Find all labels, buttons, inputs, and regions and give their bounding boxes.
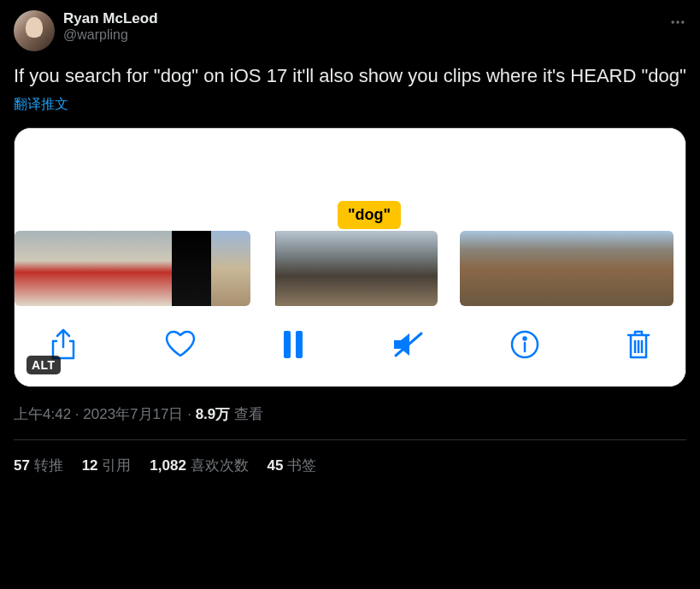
like-button[interactable] xyxy=(164,330,197,359)
clip-thumbnail xyxy=(54,231,93,306)
media-attachment[interactable]: "dog" xyxy=(14,127,686,387)
clip-thumbnail xyxy=(93,231,132,306)
clip-thumbnail xyxy=(391,231,438,306)
display-name: Ryan McLeod xyxy=(63,10,654,27)
media-toolbar xyxy=(15,306,685,386)
author-block[interactable]: Ryan McLeod @warpling xyxy=(63,10,654,43)
mute-button[interactable] xyxy=(391,330,425,359)
svg-point-7 xyxy=(524,337,526,339)
clip-thumbnail xyxy=(538,231,578,306)
clip-thumbnail xyxy=(578,231,617,306)
clip-thumbnail xyxy=(275,231,333,306)
date[interactable]: 2023年7月17日 xyxy=(83,406,183,422)
svg-rect-3 xyxy=(284,331,291,358)
search-token-label: "dog" xyxy=(338,201,401,229)
clip-thumbnail xyxy=(132,231,172,306)
clip-group-2[interactable] xyxy=(273,231,438,306)
svg-point-1 xyxy=(676,21,679,23)
svg-point-2 xyxy=(681,21,684,23)
clip-thumbnail xyxy=(656,231,674,306)
clip-thumbnail xyxy=(460,231,499,306)
clip-group-1[interactable] xyxy=(15,231,250,306)
tweet-stats: 57 转推 12 引用 1,082 喜欢次数 45 书签 xyxy=(14,440,686,475)
tweet-container: Ryan McLeod @warpling If you search for … xyxy=(0,0,700,475)
tweet-text: If you search for "dog" on iOS 17 it'll … xyxy=(14,63,686,89)
svg-point-0 xyxy=(672,21,674,23)
views-label: 查看 xyxy=(234,406,263,422)
delete-button[interactable] xyxy=(626,329,651,360)
clip-thumbnail xyxy=(333,231,391,306)
clip-thumbnail xyxy=(499,231,538,306)
timestamp[interactable]: 上午4:42 xyxy=(14,406,71,422)
info-button[interactable] xyxy=(510,330,539,359)
pause-button[interactable] xyxy=(282,331,304,358)
info-icon xyxy=(510,330,539,359)
trash-icon xyxy=(626,329,651,360)
likes-stat[interactable]: 1,082 喜欢次数 xyxy=(150,456,248,475)
avatar[interactable] xyxy=(14,10,55,51)
translate-link[interactable]: 翻译推文 xyxy=(14,96,68,114)
handle: @warpling xyxy=(63,27,654,43)
media-top: "dog" xyxy=(15,128,685,229)
alt-badge[interactable]: ALT xyxy=(26,356,61,374)
retweets-stat[interactable]: 57 转推 xyxy=(14,456,63,475)
bookmarks-stat[interactable]: 45 书签 xyxy=(268,456,317,475)
clip-thumbnail xyxy=(172,231,211,306)
pause-icon xyxy=(282,331,304,358)
clip-thumbnail xyxy=(617,231,656,306)
more-button[interactable] xyxy=(662,10,693,37)
ellipsis-icon xyxy=(669,14,686,31)
clip-thumbnail xyxy=(211,231,250,306)
tweet-header: Ryan McLeod @warpling xyxy=(14,10,686,51)
playhead[interactable] xyxy=(273,231,275,306)
clip-thumbnail xyxy=(15,231,54,306)
tweet-meta: 上午4:42 · 2023年7月17日 · 8.9万 查看 xyxy=(14,404,686,424)
video-timeline[interactable] xyxy=(15,229,685,306)
speaker-muted-icon xyxy=(391,330,425,359)
heart-icon xyxy=(164,330,197,359)
quotes-stat[interactable]: 12 引用 xyxy=(82,456,132,475)
views-count: 8.9万 xyxy=(196,406,231,422)
clip-group-3[interactable] xyxy=(460,231,674,306)
svg-rect-4 xyxy=(296,331,303,358)
